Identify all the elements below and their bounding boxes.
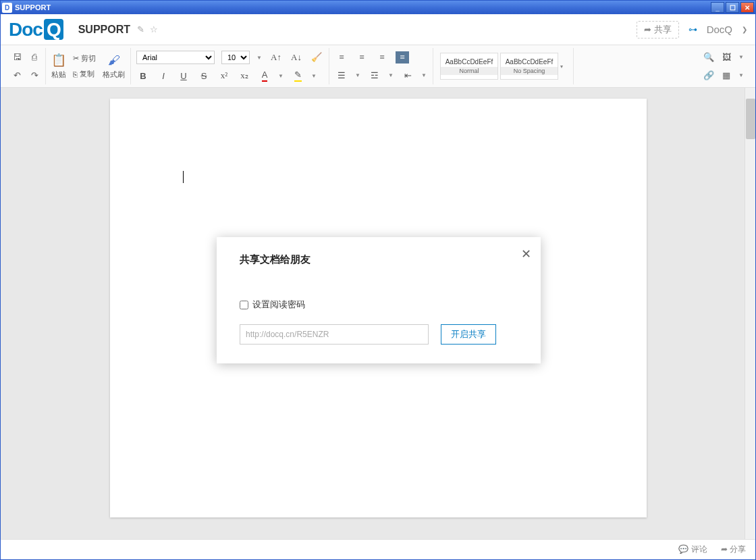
print-icon[interactable]: ⎙ xyxy=(29,52,40,63)
logo-text: Doc xyxy=(9,19,43,40)
minimize-button[interactable]: _ xyxy=(711,2,724,13)
styles-more-icon[interactable]: ▾ xyxy=(560,63,566,70)
undo-icon[interactable]: ↶ xyxy=(11,70,22,81)
number-list-icon[interactable]: ☲ xyxy=(368,70,381,82)
font-dropdown-icon[interactable]: ▼ xyxy=(256,55,263,61)
modal-title: 共享文档给朋友 xyxy=(240,253,518,266)
grow-font-icon[interactable]: A↑ xyxy=(269,51,283,63)
font-name-select[interactable]: Arial xyxy=(136,51,215,64)
font-color-drop-icon[interactable]: ▼ xyxy=(278,73,284,79)
app: DocQ SUPPORT ✎ ☆ ➦ 共享 ⊶ DocQ ❯ 🖫 xyxy=(1,14,755,559)
link-icon[interactable]: ⊶ xyxy=(688,24,697,34)
highlight-button[interactable]: ✎ xyxy=(291,70,304,82)
statusbar: 💬 评论 ➦ 分享 xyxy=(1,539,755,559)
image-drop-icon[interactable]: ▼ xyxy=(738,54,745,60)
copy-button[interactable]: ⎘复制 xyxy=(73,69,96,79)
share-status-button[interactable]: ➦ 分享 xyxy=(721,544,746,555)
style-sample: AaBbCcDdEeFf xyxy=(446,58,493,66)
password-checkbox-row[interactable]: 设置阅读密码 xyxy=(240,299,518,311)
align-center-icon[interactable]: ≡ xyxy=(355,51,369,63)
start-share-button[interactable]: 开启共享 xyxy=(441,324,496,345)
redo-icon[interactable]: ↷ xyxy=(29,70,40,81)
close-button[interactable]: ✕ xyxy=(740,2,754,13)
find-icon[interactable]: 🔍 xyxy=(703,52,714,63)
bullet-drop-icon[interactable]: ▼ xyxy=(355,72,361,78)
logo-q: Q xyxy=(44,19,63,40)
edit-title-icon[interactable]: ✎ xyxy=(137,24,144,34)
style-sample: AaBbCcDdEeFf xyxy=(506,58,554,66)
clear-format-icon[interactable]: 🧹 xyxy=(310,51,323,63)
toolbar: 🖫 ⎙ ↶ ↷ 📋 粘贴 ✂剪切 ⎘复制 🖌 xyxy=(1,45,755,88)
superscript-button[interactable]: x² xyxy=(217,70,231,82)
window: D SUPPORT _ ☐ ✕ DocQ SUPPORT ✎ ☆ ➦ 共享 ⊶ xyxy=(0,0,756,560)
outdent-icon[interactable]: ⇤ xyxy=(401,70,414,82)
paste-button[interactable]: 📋 粘贴 xyxy=(51,53,66,80)
format-painter-label: 格式刷 xyxy=(103,70,125,80)
share-button[interactable]: ➦ 共享 xyxy=(637,21,679,39)
font-color-button[interactable]: A xyxy=(258,70,271,82)
star-icon[interactable]: ☆ xyxy=(150,24,158,34)
document-title: SUPPORT xyxy=(78,24,130,36)
header: DocQ SUPPORT ✎ ☆ ➦ 共享 ⊶ DocQ ❯ xyxy=(1,14,755,45)
paste-icon: 📋 xyxy=(51,53,66,68)
app-icon: D xyxy=(2,3,12,13)
style-nospacing-label: No Spacing xyxy=(501,67,558,75)
style-normal-label: Normal xyxy=(441,67,497,75)
italic-button[interactable]: I xyxy=(157,70,170,82)
scrollbar-thumb[interactable] xyxy=(746,99,755,139)
maximize-button[interactable]: ☐ xyxy=(726,2,739,13)
text-cursor xyxy=(183,171,184,183)
table-drop-icon[interactable]: ▼ xyxy=(738,72,745,78)
user-name[interactable]: DocQ xyxy=(707,24,732,35)
titlebar: D SUPPORT _ ☐ ✕ xyxy=(1,1,755,14)
save-icon[interactable]: 🖫 xyxy=(11,52,22,63)
logo: DocQ xyxy=(9,19,63,41)
highlight-drop-icon[interactable]: ▼ xyxy=(311,73,317,79)
comment-label: 评论 xyxy=(691,544,707,554)
number-drop-icon[interactable]: ▼ xyxy=(388,72,394,78)
password-checkbox-label: 设置阅读密码 xyxy=(252,299,305,311)
modal-close-icon[interactable]: ✕ xyxy=(521,247,531,261)
share-label: 共享 xyxy=(654,24,672,36)
paste-label: 粘贴 xyxy=(51,70,66,80)
share-modal: ✕ 共享文档给朋友 设置阅读密码 开启共享 xyxy=(217,237,541,363)
cut-button[interactable]: ✂剪切 xyxy=(73,53,96,63)
table-icon[interactable]: ▦ xyxy=(721,70,732,81)
bold-button[interactable]: B xyxy=(136,70,150,82)
styles-gallery: AaBbCcDdEeFf Normal AaBbCcDdEeFf No Spac… xyxy=(439,51,568,81)
copy-icon: ⎘ xyxy=(73,70,78,78)
brush-icon: 🖌 xyxy=(107,53,122,68)
copy-label: 复制 xyxy=(80,69,94,79)
subscript-button[interactable]: x₂ xyxy=(238,70,251,82)
shrink-font-icon[interactable]: A↓ xyxy=(290,51,303,63)
link-insert-icon[interactable]: 🔗 xyxy=(703,70,714,81)
comment-button[interactable]: 💬 评论 xyxy=(678,544,707,555)
share-arrow-icon: ➦ xyxy=(644,24,651,34)
user-menu-chevron-icon[interactable]: ❯ xyxy=(742,26,747,33)
strike-button[interactable]: S xyxy=(197,70,211,82)
align-left-icon[interactable]: ≡ xyxy=(335,51,348,63)
share-url-input[interactable] xyxy=(240,324,429,345)
cut-icon: ✂ xyxy=(73,54,79,63)
password-checkbox[interactable] xyxy=(240,301,248,309)
style-normal[interactable]: AaBbCcDdEeFf Normal xyxy=(440,53,498,80)
cut-label: 剪切 xyxy=(81,53,96,63)
format-painter-button[interactable]: 🖌 格式刷 xyxy=(103,53,125,80)
window-title: SUPPORT xyxy=(15,3,51,11)
align-justify-icon[interactable]: ≡ xyxy=(396,51,409,63)
indent-drop-icon[interactable]: ▼ xyxy=(421,72,427,78)
underline-button[interactable]: U xyxy=(177,70,190,82)
align-right-icon[interactable]: ≡ xyxy=(375,51,389,63)
style-nospacing[interactable]: AaBbCcDdEeFf No Spacing xyxy=(500,53,558,80)
font-size-select[interactable]: 10.5 xyxy=(221,51,250,64)
share-status-label: 分享 xyxy=(730,544,746,554)
vertical-scrollbar[interactable] xyxy=(745,88,755,539)
bullet-list-icon[interactable]: ☰ xyxy=(335,70,348,82)
image-icon[interactable]: 🖼 xyxy=(721,52,732,63)
